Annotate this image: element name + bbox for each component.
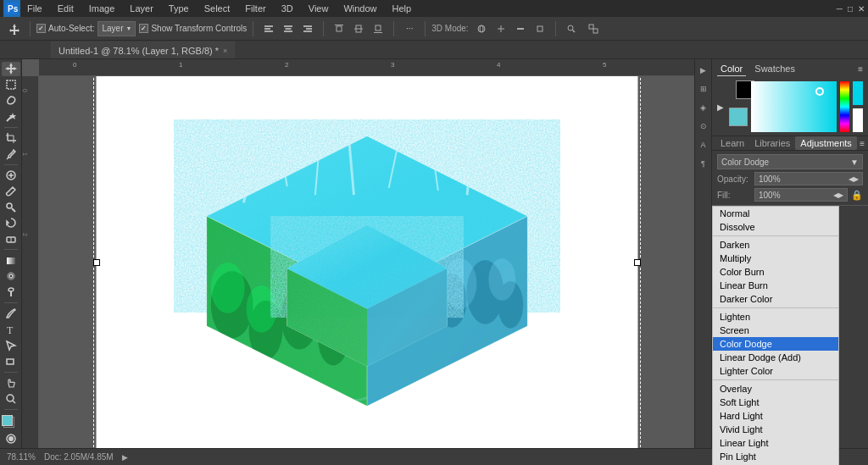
transform-check[interactable]: Show Transform Controls [139,24,247,33]
more-options-btn[interactable]: ··· [400,19,419,38]
panel-icon-4[interactable]: ⊙ [696,119,711,134]
menu-type[interactable]: Type [165,3,192,14]
blend-linearburn[interactable]: Linear Burn [713,279,838,292]
fg-bg-colors[interactable] [2,415,20,428]
align-right-btn[interactable] [298,19,317,38]
adjustments-panel-menu[interactable]: ≡ [860,139,865,148]
move-tool[interactable] [2,62,20,76]
fg-color-swatch[interactable] [2,415,13,426]
maximize-btn[interactable]: □ [848,4,853,14]
clone-tool[interactable] [2,200,20,214]
blend-darkercolor[interactable]: Darker Color [713,292,838,306]
menu-view[interactable]: View [305,3,332,14]
zoom-tool[interactable] [2,391,20,406]
menu-3d[interactable]: 3D [278,3,297,14]
color-tab[interactable]: Color [717,62,746,76]
canvas-tab[interactable]: Untitled-1 @ 78.1% (Layer 1, RGB/8) * × [51,42,235,58]
blend-overlay[interactable]: Overlay [713,382,838,396]
panel-icon-2[interactable]: ⊞ [696,81,711,97]
arrange-btn[interactable] [584,19,603,38]
menu-image[interactable]: Image [86,3,119,14]
eyedropper-tool[interactable] [2,147,20,161]
panel-icon-5[interactable]: A [696,137,711,152]
path-select-tool[interactable] [2,339,20,353]
minimize-btn[interactable]: ─ [837,4,843,14]
tab-learn[interactable]: Learn [715,136,749,150]
fg-color-chip[interactable] [729,108,748,126]
pen-tool[interactable] [2,307,20,321]
move-tool-btn[interactable] [5,19,24,38]
menu-select[interactable]: Select [201,3,234,14]
close-btn[interactable]: ✕ [858,4,865,14]
blur-tool[interactable] [2,269,20,284]
menu-file[interactable]: File [24,3,46,14]
blend-darken[interactable]: Darken [713,238,838,252]
menu-window[interactable]: Window [340,3,380,14]
shape-tool[interactable] [2,354,20,368]
blend-lightercolor[interactable]: Lighter Color [713,364,838,378]
blend-mode-dropdown[interactable]: Color Dodge ▼ [717,154,863,169]
blend-softlight[interactable]: Soft Light [713,396,838,409]
eraser-tool[interactable] [2,232,20,246]
3d-pan-btn[interactable] [492,19,510,38]
blend-lighten[interactable]: Lighten [713,310,838,324]
opacity-control[interactable]: 100% ◀▶ [754,172,863,185]
transform-checkbox[interactable] [139,24,148,33]
brush-tool[interactable] [2,185,20,199]
text-tool[interactable]: T [2,323,20,337]
menu-edit[interactable]: Edit [54,3,77,14]
hand-tool[interactable] [2,376,20,390]
dodge-tool[interactable] [2,285,20,300]
blend-screen[interactable]: Screen [713,324,838,337]
3d-scale-btn[interactable] [531,19,549,38]
dist-top-btn[interactable] [330,19,348,38]
color-panel-menu[interactable]: ≡ [858,64,863,74]
panel-icon-6[interactable]: ¶ [696,156,711,171]
gradient-tool[interactable] [2,253,20,268]
blend-normal[interactable]: Normal [713,207,838,220]
blend-multiply[interactable]: Multiply [713,252,838,265]
menu-help[interactable]: Help [389,3,415,14]
info-arrow[interactable]: ▶ [122,453,128,462]
align-left-btn[interactable] [259,19,278,38]
panel-icon-3[interactable]: ◈ [696,100,711,115]
panel-icon-1[interactable]: ▶ [696,63,711,78]
blend-lineardodge[interactable]: Linear Dodge (Add) [713,351,838,364]
auto-select-checkbox[interactable] [36,24,46,33]
blend-colordodge[interactable]: Color Dodge [713,337,838,351]
tab-libraries[interactable]: Libraries [749,136,795,150]
dist-mid-btn[interactable] [349,19,368,38]
align-center-btn[interactable] [279,19,298,38]
blend-pinlight[interactable]: Pin Light [713,450,838,463]
blend-hardlight[interactable]: Hard Light [713,409,838,423]
handle-ml[interactable] [93,259,100,266]
blend-vividlight[interactable]: Vivid Light [713,423,838,436]
tab-adjustments[interactable]: Adjustments [795,136,857,150]
3d-orbit-btn[interactable] [472,19,491,38]
blend-linearlight[interactable]: Linear Light [713,436,838,450]
handle-mr[interactable] [634,259,641,266]
3d-slide-btn[interactable] [511,19,530,38]
menu-layer[interactable]: Layer [126,3,157,14]
color-spectrum[interactable] [751,81,837,132]
swatches-tab[interactable]: Swatches [751,62,798,75]
quick-mask-btn[interactable] [2,431,20,446]
fill-control[interactable]: 100% ◀▶ [754,188,848,202]
selection-tool[interactable] [2,78,20,92]
layer-dropdown[interactable]: Layer ▼ [97,21,136,36]
auto-select-check[interactable]: Auto-Select: [36,24,94,33]
hue-slider[interactable] [840,81,849,132]
zoom-btn[interactable] [562,19,581,38]
dist-bottom-btn[interactable] [369,19,387,38]
lasso-tool[interactable] [2,93,20,108]
color-picker-play[interactable]: ▶ [717,102,724,112]
heal-tool[interactable] [2,169,20,183]
history-tool[interactable] [2,216,20,230]
crop-tool[interactable] [2,131,20,146]
blend-dissolve[interactable]: Dissolve [713,220,838,234]
alpha-indicator[interactable] [853,81,863,132]
tab-close[interactable]: × [223,47,227,55]
blend-colorburn[interactable]: Color Burn [713,265,838,279]
menu-filter[interactable]: Filter [242,3,269,14]
magic-wand-tool[interactable] [2,109,20,124]
